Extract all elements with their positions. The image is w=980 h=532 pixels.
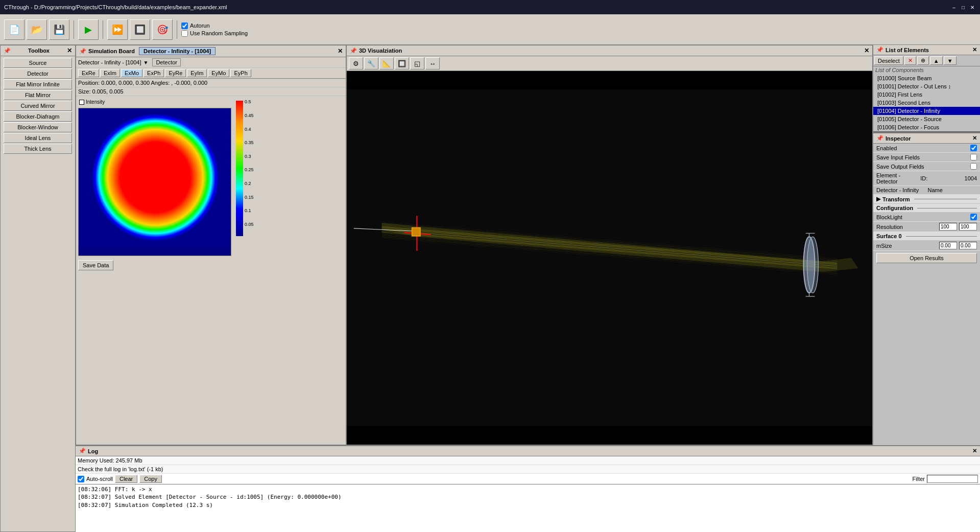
inspector-save-input-row: Save Input Fields bbox=[873, 153, 980, 162]
list-item-01002[interactable]: [01002] First Lens bbox=[873, 90, 980, 99]
toolbox-panel: 📌 Toolbox ✕ Source Detector Flat Mirror … bbox=[0, 45, 76, 532]
minimize-button[interactable]: – bbox=[950, 4, 958, 11]
svg-text:0.4: 0.4 bbox=[245, 127, 251, 132]
toolbox-thick-lens[interactable]: Thick Lens bbox=[4, 144, 72, 154]
record-button[interactable]: 🔲 bbox=[130, 19, 150, 40]
save-button[interactable]: 💾 bbox=[49, 19, 69, 40]
toolbox-source[interactable]: Source bbox=[4, 58, 72, 68]
list-item-01005[interactable]: [01005] Detector - Source bbox=[873, 115, 980, 123]
viz3d-top-button[interactable]: 📐 bbox=[379, 57, 394, 70]
sim-btn-exre[interactable]: ExRe bbox=[78, 69, 99, 77]
msize-h-input[interactable] bbox=[959, 242, 977, 249]
blocklight-checkbox[interactable] bbox=[970, 214, 977, 220]
colorbar-legend: 0.5 0.45 0.4 0.35 0.3 0.25 0.2 0.15 0.1 … bbox=[233, 98, 259, 256]
pin-icon-list: 📌 bbox=[876, 47, 883, 53]
id-label: ID: bbox=[920, 175, 962, 181]
3d-scene[interactable] bbox=[347, 71, 872, 445]
viz3d-side-button[interactable]: ◱ bbox=[410, 57, 424, 70]
clear-button[interactable]: Clear bbox=[115, 475, 137, 483]
maximize-button[interactable]: □ bbox=[960, 4, 967, 11]
autoscroll-checkbox[interactable] bbox=[78, 476, 84, 482]
sim-btn-exmo[interactable]: ExMo bbox=[121, 69, 142, 77]
list-item-01001[interactable]: [01001] Detector - Out Lens ↕ bbox=[873, 82, 980, 90]
list-item-01006[interactable]: [01006] Detector - Focus bbox=[873, 123, 980, 131]
log-panel: 📌 Log ✕ Memory Used: 245.97 Mb Check the… bbox=[76, 445, 980, 532]
msize-w-input[interactable] bbox=[939, 242, 957, 249]
filter-input[interactable] bbox=[927, 475, 978, 483]
viz3d-reset-button[interactable]: ↔ bbox=[425, 57, 440, 70]
viz3d-title: 3D Visualziation bbox=[359, 48, 402, 54]
save-output-label: Save Output Fields bbox=[876, 164, 968, 170]
stop-button[interactable]: ⏩ bbox=[107, 19, 128, 40]
move-down-button[interactable]: ▼ bbox=[944, 56, 957, 65]
sim-board-close-button[interactable]: ✕ bbox=[338, 48, 343, 55]
intensity-box bbox=[79, 100, 84, 105]
list-item-01004[interactable]: [01004] Detector - Infinity bbox=[873, 107, 980, 115]
run-button[interactable]: ▶ bbox=[78, 19, 99, 40]
autorun-checkbox[interactable] bbox=[181, 22, 188, 29]
save-input-checkbox[interactable] bbox=[970, 154, 977, 160]
sim-btn-exph[interactable]: ExPh bbox=[144, 69, 164, 77]
inspector-blocklight-row: BlockLight bbox=[873, 213, 980, 222]
element-detector-label: Element - Detector bbox=[876, 172, 918, 184]
toolbox-close-button[interactable]: ✕ bbox=[67, 47, 72, 54]
intensity-plot bbox=[78, 108, 231, 256]
copy-list-button[interactable]: ⊕ bbox=[917, 56, 929, 65]
svg-text:0.5: 0.5 bbox=[245, 99, 251, 104]
resolution-h-input[interactable] bbox=[959, 223, 977, 230]
resolution-w-input[interactable] bbox=[939, 223, 957, 230]
inspector-configuration-section: Configuration bbox=[873, 204, 980, 213]
new-button[interactable]: 📄 bbox=[4, 19, 25, 40]
random-sampling-option[interactable]: Use Random Sampling bbox=[181, 30, 248, 37]
sim-board-tab[interactable]: Detector - Infinity - [1004] bbox=[139, 47, 216, 55]
toolbox-curved-mirror[interactable]: Curved Mirror bbox=[4, 101, 72, 111]
pin-icon-viz: 📌 bbox=[350, 48, 357, 54]
list-elements-close-button[interactable]: ✕ bbox=[972, 47, 977, 53]
sim-btn-eyre[interactable]: EyRe bbox=[165, 69, 186, 77]
toolbox-ideal-lens[interactable]: Ideal Lens bbox=[4, 133, 72, 143]
inspector-close-button[interactable]: ✕ bbox=[972, 135, 977, 142]
list-item-01000[interactable]: [01000] Source Beam bbox=[873, 74, 980, 82]
sim-btn-eyph[interactable]: EyPh bbox=[230, 69, 251, 77]
open-button[interactable]: 📂 bbox=[27, 19, 47, 40]
viz3d-close-button[interactable]: ✕ bbox=[864, 47, 869, 54]
visualization-container: Intensity bbox=[78, 98, 344, 256]
toolbox-detector[interactable]: Detector bbox=[4, 68, 72, 79]
close-button[interactable]: ✕ bbox=[969, 4, 976, 11]
enabled-checkbox[interactable] bbox=[970, 145, 977, 151]
inspector-msize-row: mSize bbox=[873, 241, 980, 251]
title-bar: CThrough - D:/Programming/Projects/CThro… bbox=[0, 0, 980, 14]
log-entry-1: [08:32:07] Solved Element [Detector - So… bbox=[78, 493, 978, 501]
capture-button[interactable]: 🎯 bbox=[152, 19, 173, 40]
svg-rect-2 bbox=[236, 101, 243, 236]
toolbox-blocker-window[interactable]: Blocker-Window bbox=[4, 122, 72, 132]
autorun-option[interactable]: Autorun bbox=[181, 22, 248, 29]
log-close-button[interactable]: ✕ bbox=[972, 448, 977, 454]
viz3d-front-button[interactable]: 🔲 bbox=[395, 57, 409, 70]
svg-text:0.15: 0.15 bbox=[245, 195, 254, 200]
toolbox-flat-mirror[interactable]: Flat Mirror bbox=[4, 90, 72, 100]
list-item-01003[interactable]: [01003] Second Lens bbox=[873, 99, 980, 107]
sim-btn-exim[interactable]: ExIm bbox=[100, 69, 120, 77]
resolution-label: Resolution bbox=[876, 224, 937, 230]
log-toolbar: Auto-scroll Clear Copy Filter bbox=[76, 474, 980, 484]
viz3d-settings-button[interactable]: ⚙ bbox=[349, 57, 363, 70]
save-output-checkbox[interactable] bbox=[970, 163, 977, 170]
list-elements-header: 📌 List of Elements ✕ bbox=[873, 45, 980, 55]
save-data-button[interactable]: Save Data bbox=[78, 260, 113, 270]
toolbox-flat-mirror-infinite[interactable]: Flat Mirror Infinite bbox=[4, 79, 72, 89]
sim-btn-eymo[interactable]: EyMo bbox=[208, 69, 229, 77]
detector-label: Detector bbox=[152, 58, 181, 66]
viz3d-perspective-button[interactable]: 🔧 bbox=[364, 57, 378, 70]
open-results-button[interactable]: Open Results bbox=[876, 253, 977, 263]
move-up-button[interactable]: ▲ bbox=[930, 56, 943, 65]
detector-selector-row: Detector - Infinity - [1004] ▼ Detector bbox=[76, 57, 346, 68]
copy-log-button[interactable]: Copy bbox=[139, 475, 162, 483]
random-sampling-checkbox[interactable] bbox=[181, 30, 188, 37]
list-elements-toolbar: Deselect ✕ ⊕ ▲ ▼ bbox=[873, 55, 980, 66]
toolbox-blocker-diafragm[interactable]: Blocker-Diafragm bbox=[4, 111, 72, 122]
inspector-element-row: Element - Detector ID: 1004 bbox=[873, 171, 980, 186]
delete-button[interactable]: ✕ bbox=[904, 56, 916, 65]
sim-btn-eyim[interactable]: EyIm bbox=[187, 69, 207, 77]
deselect-button[interactable]: Deselect bbox=[874, 56, 903, 65]
